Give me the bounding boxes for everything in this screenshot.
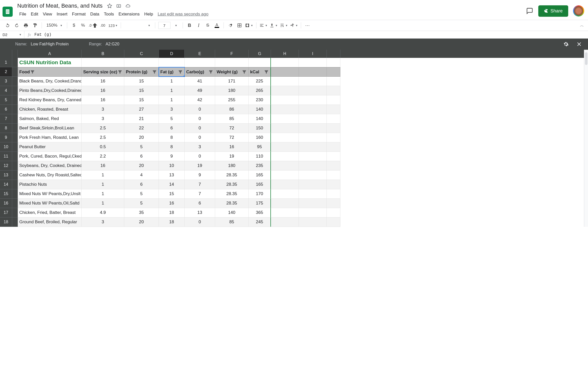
cell[interactable]: 21 — [124, 114, 159, 124]
fill-color-button[interactable] — [227, 22, 234, 29]
cell[interactable]: 7 — [185, 180, 215, 189]
name-box[interactable]: D2▼ — [0, 31, 24, 38]
cell[interactable]: Soybeans, Dry, Cooked, Drained — [18, 161, 82, 171]
row-header-15[interactable]: 15 — [0, 189, 12, 199]
cell[interactable]: 180 — [215, 86, 249, 95]
cell[interactable]: 16 — [215, 142, 249, 152]
row-header-17[interactable]: 17 — [0, 208, 12, 217]
cell[interactable]: 5 — [124, 189, 159, 199]
row-header-10[interactable]: 10 — [0, 142, 12, 152]
cell[interactable]: 175 — [249, 199, 271, 208]
row-header-9[interactable]: 9 — [0, 133, 12, 142]
cell[interactable]: 86 — [215, 105, 249, 114]
column-header-C[interactable]: C — [124, 50, 159, 58]
cell[interactable]: 140 — [249, 105, 271, 114]
cell[interactable]: 19 — [185, 161, 215, 171]
cell[interactable] — [327, 171, 340, 180]
horizontal-align-button[interactable]: ▼ — [260, 22, 268, 29]
cell[interactable]: 5 — [124, 142, 159, 152]
cell[interactable] — [271, 180, 299, 189]
vertical-align-button[interactable]: ▼ — [270, 22, 278, 29]
cell[interactable] — [185, 58, 215, 67]
cell[interactable] — [299, 67, 327, 77]
cell[interactable]: Mixed Nuts W/ Peants,Dry,Unslt — [18, 189, 82, 199]
cell[interactable] — [299, 189, 327, 199]
cell[interactable]: 2.2 — [82, 152, 124, 161]
cell[interactable]: 42 — [185, 95, 215, 105]
cell[interactable]: 15 — [124, 77, 159, 86]
cell[interactable] — [299, 133, 327, 142]
star-icon[interactable] — [107, 3, 112, 8]
cell[interactable]: 225 — [249, 77, 271, 86]
filter-icon[interactable] — [264, 70, 269, 75]
cell[interactable] — [159, 58, 185, 67]
cell[interactable]: 165 — [249, 180, 271, 189]
cell[interactable]: 7 — [185, 189, 215, 199]
row-header-3[interactable]: 3 — [0, 77, 12, 86]
cell[interactable]: 3 — [82, 217, 124, 227]
cell[interactable] — [327, 86, 340, 95]
cell[interactable]: 140 — [215, 208, 249, 217]
column-header-D[interactable]: D — [159, 50, 185, 58]
cell[interactable]: 95 — [249, 142, 271, 152]
cell[interactable]: 4.9 — [82, 208, 124, 217]
cell[interactable] — [327, 77, 340, 86]
cell[interactable] — [271, 217, 299, 227]
cell[interactable]: 180 — [215, 161, 249, 171]
cell[interactable]: 2.5 — [82, 133, 124, 142]
row-header-8[interactable]: 8 — [0, 124, 12, 133]
cell[interactable]: 4 — [124, 171, 159, 180]
row-header-5[interactable]: 5 — [0, 95, 12, 105]
cell[interactable]: 41 — [185, 77, 215, 86]
cell[interactable]: 2.5 — [82, 124, 124, 133]
cloud-status-icon[interactable] — [125, 3, 130, 8]
cell[interactable]: 230 — [249, 95, 271, 105]
font-size-dropdown[interactable]: ▼ — [172, 22, 180, 29]
column-header-A[interactable]: A — [18, 50, 82, 58]
spreadsheet-grid[interactable]: ABCDEFGHI 1CSUN Nutrition Data 2FoodServ… — [0, 50, 584, 227]
header-cell[interactable]: Food — [18, 67, 82, 77]
cell[interactable]: 9 — [159, 152, 185, 161]
increase-decimal-button[interactable]: .00 — [99, 22, 106, 29]
cell[interactable]: 16 — [82, 161, 124, 171]
cell[interactable] — [299, 199, 327, 208]
cell[interactable]: Pork Fresh Ham, Roastd, Lean — [18, 133, 82, 142]
cell[interactable]: 6 — [124, 180, 159, 189]
select-all-corner[interactable] — [0, 50, 12, 58]
borders-button[interactable] — [236, 22, 243, 29]
cell[interactable]: 22 — [124, 124, 159, 133]
sheets-logo[interactable] — [3, 7, 13, 17]
cell[interactable]: 10 — [159, 161, 185, 171]
redo-button[interactable] — [13, 22, 20, 29]
cell[interactable]: 72 — [215, 133, 249, 142]
header-cell[interactable]: Serving size (oz) — [82, 67, 124, 77]
cell[interactable]: 1 — [82, 171, 124, 180]
cell[interactable]: 1 — [159, 86, 185, 95]
cell[interactable]: Cashew Nuts, Dry Roastd,Salted — [18, 171, 82, 180]
column-header-B[interactable]: B — [82, 50, 124, 58]
cell[interactable]: 27 — [124, 105, 159, 114]
menu-edit[interactable]: Edit — [29, 11, 40, 18]
cell[interactable]: 165 — [249, 171, 271, 180]
cell[interactable] — [299, 86, 327, 95]
cell[interactable]: 0 — [185, 105, 215, 114]
cell[interactable] — [327, 142, 340, 152]
cell[interactable]: 16 — [82, 77, 124, 86]
filter-icon[interactable] — [178, 70, 183, 75]
cell[interactable]: Pork, Cured, Bacon, Regul,Cked — [18, 152, 82, 161]
cell[interactable]: 6 — [124, 152, 159, 161]
cell[interactable]: 1 — [82, 199, 124, 208]
cell[interactable] — [299, 114, 327, 124]
cell[interactable]: Black Beans, Dry, Cooked,Drand — [18, 77, 82, 86]
cell[interactable]: 16 — [82, 86, 124, 95]
filter-icon[interactable] — [208, 70, 213, 75]
cell[interactable] — [327, 161, 340, 171]
cell[interactable] — [271, 77, 299, 86]
cell[interactable] — [327, 180, 340, 189]
cell[interactable] — [271, 86, 299, 95]
cell[interactable]: 0.5 — [82, 142, 124, 152]
cell[interactable]: 85 — [215, 114, 249, 124]
cell[interactable]: 235 — [249, 161, 271, 171]
cell[interactable]: Beef Steak,Sirloin,Broil,Lean — [18, 124, 82, 133]
last-edit-link[interactable]: Last edit was seconds ago — [155, 11, 210, 18]
